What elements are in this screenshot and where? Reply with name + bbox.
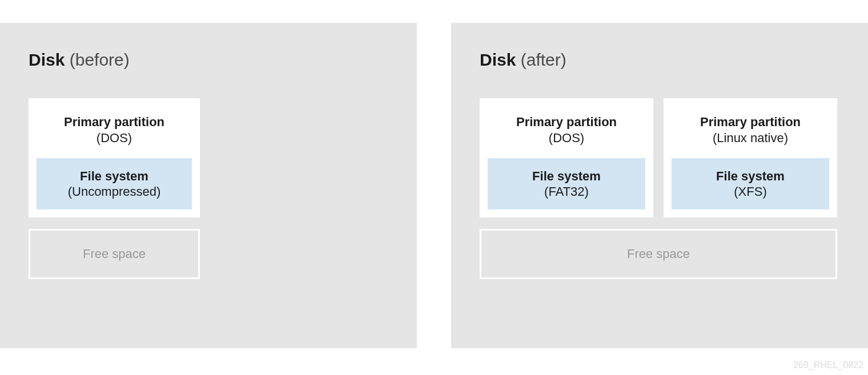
partition-label: Primary partition [488,114,645,131]
partition-type: (DOS) [488,131,645,146]
partition-box-before: Primary partition (DOS) File system (Unc… [29,98,200,217]
diagram-container: Disk (before) Primary partition (DOS) Fi… [0,0,868,348]
partition-box-after-1: Primary partition (DOS) File system (FAT… [480,98,653,217]
partitions-row-after: Primary partition (DOS) File system (FAT… [480,98,839,217]
title-bold: Disk [480,50,516,69]
disk-after-title: Disk (after) [480,50,839,70]
title-bold: Disk [29,50,65,69]
filesystem-box-after-2: File system (XFS) [672,158,829,210]
free-space-after: Free space [480,229,837,279]
filesystem-box-before: File system (Uncompressed) [37,158,192,210]
partitions-row-before: Primary partition (DOS) File system (Unc… [29,98,388,217]
partition-label: Primary partition [37,114,192,131]
partition-box-after-2: Primary partition (Linux native) File sy… [664,98,837,217]
filesystem-type: (XFS) [677,184,823,199]
free-space-label: Free space [36,247,192,261]
filesystem-label: File system [677,168,823,185]
disk-before-title: Disk (before) [29,50,388,70]
free-space-label: Free space [487,247,830,261]
partition-type: (DOS) [37,131,192,146]
disk-after-panel: Disk (after) Primary partition (DOS) Fil… [451,23,868,348]
disk-before-panel: Disk (before) Primary partition (DOS) Fi… [0,23,417,348]
free-space-before: Free space [29,229,200,279]
title-light: (before) [65,50,129,69]
filesystem-label: File system [493,168,640,185]
filesystem-box-after-1: File system (FAT32) [488,158,645,210]
partition-label: Primary partition [672,114,829,131]
watermark: 269_RHEL_0822 [793,360,863,370]
filesystem-label: File system [42,168,186,185]
partition-type: (Linux native) [672,131,829,146]
title-light: (after) [516,50,566,69]
filesystem-type: (Uncompressed) [42,184,186,199]
filesystem-type: (FAT32) [493,184,640,199]
